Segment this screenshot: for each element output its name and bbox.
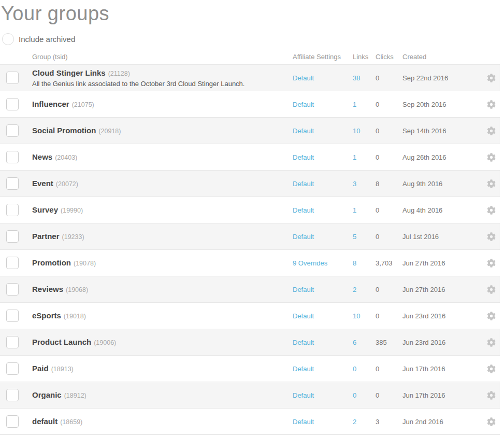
created-date: Aug 26th 2016 xyxy=(402,153,483,161)
group-name-link[interactable]: Organic xyxy=(32,390,62,399)
gear-icon[interactable] xyxy=(487,417,496,426)
created-date: Jul 1st 2016 xyxy=(402,233,483,241)
affiliate-settings-link[interactable]: Default xyxy=(293,418,314,426)
row-checkbox[interactable] xyxy=(6,362,19,375)
group-name-link[interactable]: Event xyxy=(32,179,53,188)
links-count-link[interactable]: 3 xyxy=(353,180,356,188)
row-checkbox[interactable] xyxy=(6,204,19,216)
gear-icon[interactable] xyxy=(487,232,496,241)
links-count-link[interactable]: 0 xyxy=(353,365,356,373)
affiliate-settings-link[interactable]: Default xyxy=(293,206,314,214)
gear-icon[interactable] xyxy=(487,179,496,188)
links-cell: 1 xyxy=(353,152,376,162)
links-cell: 5 xyxy=(353,232,376,241)
links-count-link[interactable]: 38 xyxy=(353,74,360,82)
clicks-count: 0 xyxy=(376,365,402,373)
gear-icon[interactable] xyxy=(487,285,496,294)
row-checkbox[interactable] xyxy=(6,230,19,243)
clicks-count: 0 xyxy=(376,391,402,399)
clicks-count: 0 xyxy=(376,101,402,108)
affiliate-settings-link[interactable]: Default xyxy=(293,180,314,188)
row-checkbox[interactable] xyxy=(6,177,19,190)
group-name-cell: Partner(19233) xyxy=(32,231,293,242)
links-cell: 2 xyxy=(353,417,376,426)
links-count-link[interactable]: 1 xyxy=(353,206,356,214)
gear-icon[interactable] xyxy=(487,153,496,162)
created-date: Sep 20th 2016 xyxy=(402,101,483,108)
gear-icon[interactable] xyxy=(487,74,496,82)
row-checkbox[interactable] xyxy=(6,336,19,348)
affiliate-settings-link[interactable]: Default xyxy=(293,339,314,346)
links-count-link[interactable]: 10 xyxy=(353,127,360,135)
group-name-link[interactable]: default xyxy=(32,417,57,426)
group-name-link[interactable]: Cloud Stinger Links xyxy=(32,68,106,77)
affiliate-settings-link[interactable]: Default xyxy=(293,153,314,161)
row-checkbox-cell xyxy=(0,72,32,84)
group-name-link[interactable]: eSports xyxy=(32,311,61,320)
group-name-link[interactable]: Partner xyxy=(32,232,60,241)
group-name-link[interactable]: Product Launch xyxy=(32,338,91,346)
row-checkbox[interactable] xyxy=(6,257,19,269)
group-tsid: (21075) xyxy=(72,101,94,108)
affiliate-settings-cell: Default xyxy=(293,311,353,320)
affiliate-settings-cell: Default xyxy=(293,179,353,188)
affiliate-settings-cell: Default xyxy=(293,152,353,162)
row-checkbox[interactable] xyxy=(6,310,19,322)
column-header-affiliate-settings: Affiliate Settings xyxy=(293,53,353,61)
gear-icon[interactable] xyxy=(487,312,496,320)
row-checkbox[interactable] xyxy=(6,389,19,401)
affiliate-settings-link[interactable]: 9 Overrides xyxy=(293,259,327,267)
row-checkbox[interactable] xyxy=(6,415,19,428)
group-tsid: (19018) xyxy=(64,313,86,320)
gear-icon[interactable] xyxy=(487,206,496,215)
affiliate-settings-link[interactable]: Default xyxy=(293,101,314,108)
clicks-count: 0 xyxy=(376,312,402,320)
group-name-link[interactable]: Social Promotion xyxy=(32,126,96,135)
row-checkbox[interactable] xyxy=(6,151,19,163)
links-count-link[interactable]: 2 xyxy=(353,286,356,293)
links-count-link[interactable]: 8 xyxy=(353,259,356,267)
group-name-cell: Social Promotion(20918) xyxy=(32,125,293,136)
gear-icon[interactable] xyxy=(487,364,496,373)
gear-icon[interactable] xyxy=(487,100,496,109)
created-date: Sep 22nd 2016 xyxy=(402,74,483,82)
links-count-link[interactable]: 0 xyxy=(353,391,356,399)
clicks-count: 0 xyxy=(376,206,402,214)
gear-icon[interactable] xyxy=(487,127,496,135)
affiliate-settings-cell: Default xyxy=(293,364,353,373)
include-archived-label: Include archived xyxy=(19,35,75,44)
row-checkbox-cell xyxy=(0,283,32,296)
clicks-count: 0 xyxy=(376,153,402,161)
links-count-link[interactable]: 1 xyxy=(353,101,356,108)
gear-icon[interactable] xyxy=(487,338,496,347)
group-name-link[interactable]: Promotion xyxy=(32,258,71,267)
group-name-link[interactable]: Influencer xyxy=(32,100,69,108)
affiliate-settings-link[interactable]: Default xyxy=(293,286,314,293)
row-checkbox[interactable] xyxy=(6,124,19,137)
clicks-count: 0 xyxy=(376,74,402,82)
affiliate-settings-link[interactable]: Default xyxy=(293,127,314,135)
links-count-link[interactable]: 6 xyxy=(353,339,356,346)
group-name-link[interactable]: Reviews xyxy=(32,285,63,293)
row-checkbox[interactable] xyxy=(6,283,19,296)
links-count-link[interactable]: 2 xyxy=(353,418,356,426)
links-count-link[interactable]: 10 xyxy=(353,312,360,320)
gear-icon[interactable] xyxy=(487,259,496,268)
links-count-link[interactable]: 1 xyxy=(353,153,356,161)
row-checkbox[interactable] xyxy=(6,72,19,84)
include-archived-radio-icon[interactable] xyxy=(2,33,14,45)
row-checkbox[interactable] xyxy=(6,98,19,110)
gear-icon[interactable] xyxy=(487,391,496,400)
links-count-link[interactable]: 5 xyxy=(353,233,356,241)
group-name-link[interactable]: News xyxy=(32,152,52,161)
affiliate-settings-link[interactable]: Default xyxy=(293,391,314,399)
affiliate-settings-link[interactable]: Default xyxy=(293,233,314,241)
group-name-link[interactable]: Survey xyxy=(32,205,58,214)
affiliate-settings-link[interactable]: Default xyxy=(293,74,314,82)
group-name-link[interactable]: Paid xyxy=(32,364,49,373)
created-date: Jun 17th 2016 xyxy=(402,365,483,373)
include-archived-control[interactable]: Include archived xyxy=(2,33,504,45)
clicks-count: 0 xyxy=(376,233,402,241)
affiliate-settings-link[interactable]: Default xyxy=(293,365,314,373)
affiliate-settings-link[interactable]: Default xyxy=(293,312,314,320)
